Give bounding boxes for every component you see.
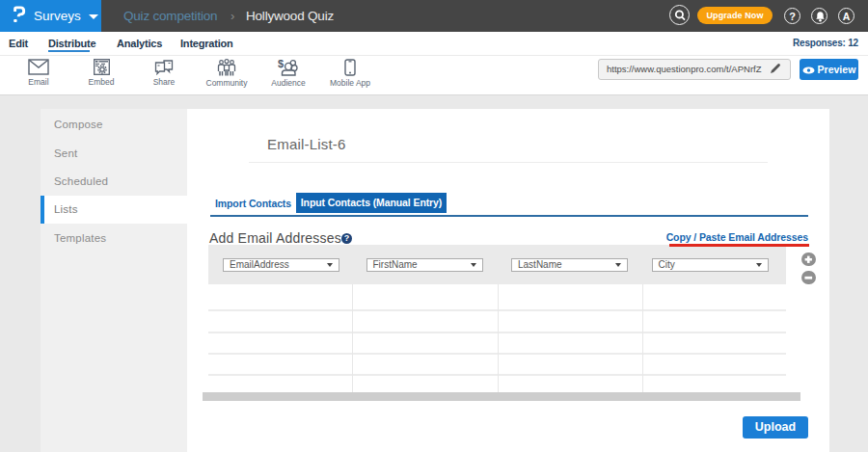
svg-text:$: $: [278, 59, 284, 69]
